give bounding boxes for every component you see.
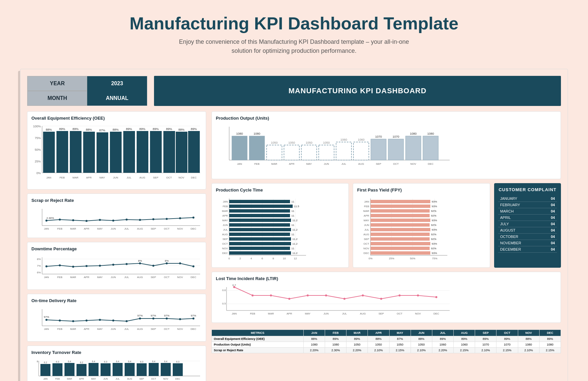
- svg-point-49: [45, 220, 47, 222]
- summary-metric-value: 88%: [368, 336, 389, 342]
- summary-metric-value: 2.15%: [496, 348, 518, 353]
- page-header: Manufacturing KPI Dashboard Template Enj…: [0, 0, 588, 62]
- right-column: Production Output (Units) 1080 JAN: [211, 111, 561, 381]
- svg-text:FEB: FEB: [223, 205, 228, 208]
- svg-rect-22: [97, 132, 108, 173]
- svg-rect-175: [173, 363, 183, 376]
- summary-metric-value: 1080: [325, 342, 346, 348]
- svg-text:APR: APR: [84, 276, 90, 279]
- summary-metric-value: 1080: [539, 342, 561, 348]
- svg-rect-204: [371, 139, 386, 160]
- svg-text:JAN: JAN: [223, 200, 228, 203]
- svg-text:MAR: MAR: [70, 227, 76, 230]
- svg-text:11.2: 11.2: [292, 228, 298, 231]
- complaint-row: MARCH04: [498, 208, 557, 215]
- svg-text:JAN: JAN: [364, 200, 369, 203]
- complaint-value: 04: [543, 202, 557, 208]
- svg-text:93%: 93%: [432, 252, 437, 255]
- svg-text:6%: 6%: [37, 271, 41, 274]
- complaint-value: 04: [543, 221, 557, 227]
- summary-header-cell: MAR: [346, 330, 368, 336]
- svg-point-85: [99, 265, 101, 267]
- svg-point-112: [86, 320, 88, 322]
- summary-metric-value: 89%: [454, 336, 475, 342]
- svg-text:93%: 93%: [432, 242, 437, 245]
- svg-text:OCT: OCT: [397, 312, 403, 315]
- svg-rect-172: [161, 363, 171, 376]
- svg-text:JUN: JUN: [364, 224, 369, 227]
- svg-point-88: [139, 262, 141, 264]
- svg-text:6.3: 6.3: [56, 361, 59, 363]
- svg-text:1080: 1080: [236, 132, 243, 135]
- svg-text:1050: 1050: [306, 141, 312, 144]
- svg-text:AUG: AUG: [358, 162, 364, 165]
- svg-text:100%: 100%: [33, 125, 41, 128]
- summary-metric-value: 89%: [475, 336, 496, 342]
- complaint-month: MARCH: [498, 208, 543, 215]
- svg-rect-297: [371, 233, 430, 236]
- production-output-svg: 1080 JAN 1080 FEB 1050 MAR 1050 APR 1050: [216, 123, 456, 173]
- svg-rect-306: [371, 247, 430, 250]
- svg-text:89%: 89%: [191, 127, 197, 131]
- svg-text:6.2: 6.2: [80, 361, 83, 364]
- complaint-value: 04: [543, 196, 557, 202]
- svg-text:88%: 88%: [86, 128, 92, 131]
- svg-text:6.4: 6.4: [128, 360, 131, 363]
- svg-text:SEP: SEP: [151, 227, 156, 230]
- svg-point-328: [417, 294, 419, 296]
- complaint-row: OCTOBER04: [498, 234, 557, 240]
- svg-point-52: [86, 220, 88, 222]
- svg-rect-285: [371, 214, 430, 217]
- svg-text:8%: 8%: [37, 258, 41, 261]
- svg-text:1080: 1080: [254, 132, 260, 135]
- svg-text:6.4: 6.4: [152, 360, 155, 363]
- svg-text:6.4: 6.4: [116, 360, 119, 363]
- svg-rect-279: [371, 205, 430, 208]
- svg-text:APR: APR: [84, 227, 90, 230]
- summary-header-cell: MAY: [389, 330, 411, 336]
- summary-metric-value: 89%: [432, 336, 453, 342]
- svg-text:MAR: MAR: [72, 176, 79, 179]
- summary-header-cell: AUG: [454, 330, 475, 336]
- svg-text:OCT: OCT: [164, 227, 170, 230]
- svg-rect-189: [284, 145, 299, 160]
- page-title: Manufacturing KPI Dashboard Template: [7, 13, 581, 33]
- customer-complaint-box: CUSTOMER COMPLAINT JANUARY04FEBRUARY04MA…: [494, 183, 561, 268]
- svg-rect-145: [52, 363, 62, 376]
- summary-metric-value: 1050: [346, 342, 368, 348]
- cycle-time-svg: 0 2 4 6 8 10 12: [216, 195, 309, 262]
- svg-rect-34: [150, 131, 162, 173]
- page-subtitle: Enjoy the convenience of this Manufactur…: [177, 37, 411, 55]
- summary-metric-value: 2.10%: [368, 348, 389, 353]
- svg-text:1060: 1060: [358, 138, 364, 141]
- svg-text:11.2: 11.2: [292, 252, 298, 255]
- svg-text:FEB: FEB: [250, 312, 255, 315]
- svg-rect-198: [336, 142, 351, 160]
- svg-rect-303: [371, 242, 430, 245]
- svg-text:50%: 50%: [410, 257, 415, 260]
- svg-text:6.2: 6.2: [44, 361, 47, 364]
- svg-text:JUN: JUN: [111, 328, 116, 331]
- svg-point-119: [179, 318, 181, 320]
- svg-rect-148: [64, 363, 75, 376]
- oee-svg: 100% 75% 50% 25% 0%: [31, 123, 202, 185]
- svg-point-50: [59, 219, 61, 221]
- inventory-title: Inventory Turnover Rate: [31, 350, 202, 355]
- svg-text:JAN: JAN: [232, 312, 237, 315]
- complaint-table: JANUARY04FEBRUARY04MARCH04APRIL04JULY04A…: [498, 196, 557, 253]
- svg-text:AUG: AUG: [363, 233, 369, 236]
- svg-text:FEB: FEB: [364, 205, 369, 208]
- svg-text:8: 8: [273, 257, 274, 260]
- svg-point-321: [288, 298, 290, 300]
- svg-point-327: [399, 294, 401, 296]
- delivery-chart-box: On-time Delivery Rate: [27, 294, 206, 342]
- svg-text:JUN: JUN: [111, 276, 116, 279]
- svg-text:0%: 0%: [36, 171, 41, 175]
- svg-text:6: 6: [262, 257, 263, 260]
- svg-rect-28: [123, 131, 135, 173]
- svg-point-84: [86, 265, 88, 267]
- svg-text:SEP: SEP: [153, 176, 158, 179]
- page-wrapper: Manufacturing KPI Dashboard Template Enj…: [0, 0, 588, 381]
- downtime-title: Downtime Percentage: [31, 246, 202, 251]
- svg-text:11: 11: [291, 214, 294, 217]
